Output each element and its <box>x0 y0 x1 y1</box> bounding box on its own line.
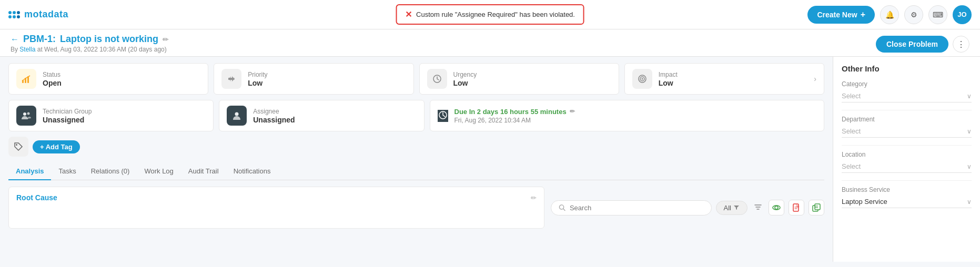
tab-worklog[interactable]: Work Log <box>137 163 180 180</box>
logo-area: motadata <box>8 9 68 20</box>
department-label: Department <box>842 116 972 123</box>
department-field: Department Select ∨ <box>842 116 972 138</box>
main-content: Status Open Priority Low <box>0 57 980 262</box>
urgency-label: Urgency <box>453 71 477 78</box>
assignee-card[interactable]: Assignee Unassigned <box>219 100 424 131</box>
ticket-title-edit-icon[interactable]: ✏ <box>163 35 169 44</box>
assignee-label: Assignee <box>253 108 295 115</box>
gear-button[interactable]: ⚙ <box>904 5 923 24</box>
business-service-value: Laptop Service <box>842 198 887 206</box>
create-new-plus: + <box>861 10 865 19</box>
urgency-value: Low <box>453 79 477 87</box>
urgency-card[interactable]: Urgency Low <box>419 63 619 95</box>
root-cause-title: Root Cause <box>16 193 57 202</box>
tag-icon-box <box>8 137 28 157</box>
logo-text: motadata <box>24 9 68 20</box>
location-select[interactable]: Select ∨ <box>842 160 972 173</box>
meta-by: By <box>11 46 18 53</box>
tab-audit-trail-label: Audit Trail <box>188 167 219 175</box>
svg-point-13 <box>775 206 778 209</box>
divider-3 <box>842 180 972 181</box>
ticket-id: PBM-1: <box>23 34 56 45</box>
action-icon-2[interactable] <box>789 200 804 215</box>
tab-analysis-label: Analysis <box>16 167 44 175</box>
search-input[interactable] <box>570 204 704 212</box>
bottom-area: Root Cause ✏ All <box>8 187 824 229</box>
technician-group-icon <box>16 106 36 126</box>
priority-label: Priority <box>248 71 267 78</box>
pdf-icon <box>793 203 800 212</box>
due-main-text: Due In 2 days 16 hours 55 minutes <box>454 108 567 116</box>
root-cause-box: Root Cause ✏ <box>8 187 544 229</box>
clock-icon <box>438 110 448 120</box>
meta-author[interactable]: Stella <box>19 46 35 53</box>
tab-analysis[interactable]: Analysis <box>8 163 51 180</box>
group-people-icon <box>21 110 32 121</box>
tab-notifications[interactable]: Notifications <box>226 163 278 180</box>
tab-audit-trail[interactable]: Audit Trail <box>181 163 226 180</box>
filter-funnel-icon <box>733 204 740 211</box>
more-options-button[interactable]: ⋮ <box>953 36 969 53</box>
due-info: Due In 2 days 16 hours 55 minutes ✏ Fri,… <box>454 108 575 124</box>
keyboard-button[interactable]: ⌨ <box>928 5 947 24</box>
urgency-clock-icon <box>432 74 442 84</box>
logo-dot-5 <box>13 15 16 18</box>
technician-group-label: Technician Group <box>43 108 92 115</box>
svg-point-9 <box>235 112 239 116</box>
category-select-value: Select <box>842 92 861 100</box>
logo-dot-1 <box>8 11 12 14</box>
action-icon-3[interactable] <box>809 200 824 215</box>
breadcrumb-row: ← PBM-1: Laptop is not working ✏ <box>11 34 169 45</box>
department-select[interactable]: Select ∨ <box>842 125 972 138</box>
sort-icon[interactable] <box>752 201 764 215</box>
cards-row-1: Status Open Priority Low <box>8 63 824 95</box>
tabs-bar: Analysis Tasks Relations (0) Work Log Au… <box>8 163 824 180</box>
business-service-label: Business Service <box>842 186 972 193</box>
technician-group-card[interactable]: Technician Group Unassigned <box>8 100 214 131</box>
create-new-button[interactable]: Create New + <box>807 6 875 24</box>
left-panel: Status Open Priority Low <box>0 57 833 262</box>
status-card[interactable]: Status Open <box>8 63 208 95</box>
svg-point-6 <box>641 78 643 80</box>
action-icon-1[interactable] <box>769 200 784 215</box>
eye-with-lines-icon <box>772 203 781 212</box>
divider-2 <box>842 145 972 146</box>
other-info-title: Other Info <box>842 64 972 73</box>
root-cause-edit-icon[interactable]: ✏ <box>531 194 537 202</box>
business-service-select[interactable]: Laptop Service ∨ <box>842 196 972 208</box>
meta-ago: (20 days ago) <box>128 46 166 53</box>
logo-dot-3 <box>17 11 20 14</box>
impact-card[interactable]: Impact Low › <box>624 63 824 95</box>
user-avatar[interactable]: JO <box>953 5 972 24</box>
due-edit-icon[interactable]: ✏ <box>570 108 575 115</box>
sub-header: ← PBM-1: Laptop is not working ✏ By Stel… <box>0 29 980 57</box>
status-icon <box>16 69 36 89</box>
status-info: Status Open <box>43 71 62 87</box>
assignee-info: Assignee Unassigned <box>253 108 295 124</box>
technician-group-info: Technician Group Unassigned <box>43 108 92 124</box>
sort-lines-icon <box>754 203 762 211</box>
status-label: Status <box>43 71 62 78</box>
tab-relations[interactable]: Relations (0) <box>84 163 137 180</box>
due-main: Due In 2 days 16 hours 55 minutes ✏ <box>454 108 575 116</box>
priority-card[interactable]: Priority Low <box>214 63 413 95</box>
all-label: All <box>724 204 731 212</box>
divider-1 <box>842 110 972 110</box>
close-problem-button[interactable]: Close Problem <box>876 36 948 53</box>
all-filter-button[interactable]: All <box>716 201 747 215</box>
tab-worklog-label: Work Log <box>144 167 173 175</box>
bell-button[interactable]: 🔔 <box>880 5 899 24</box>
tab-tasks[interactable]: Tasks <box>51 163 83 180</box>
close-problem-label: Close Problem <box>886 40 938 48</box>
back-arrow[interactable]: ← <box>11 35 19 44</box>
category-select[interactable]: Select ∨ <box>842 90 972 102</box>
right-panel: Other Info Category Select ∨ Department … <box>833 57 980 262</box>
category-label: Category <box>842 80 972 88</box>
alert-banner: ✕ Custom rule "Assignee Required" has be… <box>396 4 584 25</box>
meta-at: at <box>37 46 43 53</box>
business-service-chevron-icon: ∨ <box>967 198 972 206</box>
svg-point-8 <box>27 112 30 115</box>
bell-icon: 🔔 <box>885 11 894 19</box>
due-card[interactable]: Due In 2 days 16 hours 55 minutes ✏ Fri,… <box>430 100 825 131</box>
add-tag-button[interactable]: + Add Tag <box>33 140 80 153</box>
